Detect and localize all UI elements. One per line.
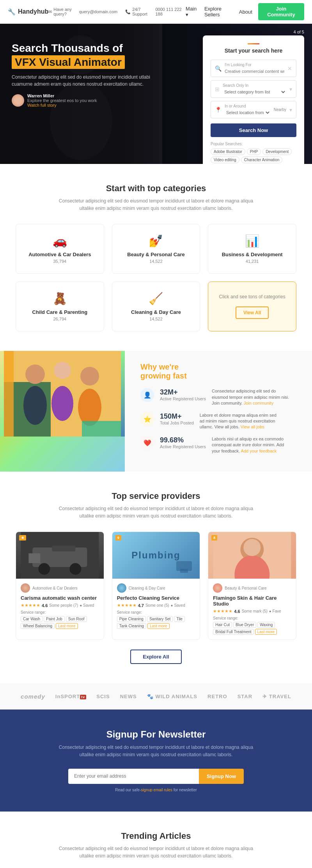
- contact-query: Have any query?: [53, 7, 77, 16]
- tag-roof[interactable]: Sun Roof: [66, 616, 87, 622]
- popular-label: Popular Searches:: [211, 142, 296, 146]
- tag-wheel[interactable]: Wheel Balancing: [21, 623, 55, 629]
- tag-dev[interactable]: Development: [262, 148, 292, 155]
- tag-tank[interactable]: Tank Cleaning: [117, 623, 146, 629]
- rating-value-1: 4.7: [138, 603, 144, 608]
- category-business[interactable]: 📊 Business & Development 41,231: [208, 224, 296, 274]
- stat-label-0: Active Registered Users: [160, 396, 206, 401]
- search-button[interactable]: Search Now: [211, 123, 296, 137]
- tag-tile[interactable]: Tile: [174, 616, 185, 622]
- tag-adobe[interactable]: Adobe Illustrator: [211, 148, 245, 155]
- newsletter-note-link[interactable]: signup email rules: [141, 788, 172, 792]
- provider-info-1: Cleaning & Day Care Perfecto Cleaning Se…: [112, 579, 200, 634]
- logo-icon: 🔧: [8, 8, 16, 16]
- stat-number-0: 32M+: [160, 388, 206, 396]
- tag-paint[interactable]: Paint Job: [44, 616, 65, 622]
- rating-value-0: 4.6: [42, 603, 48, 608]
- tag-waxing[interactable]: Waxing: [257, 622, 275, 628]
- stat-link-2[interactable]: Add your feedback: [241, 449, 277, 453]
- search-only-field: ⊞ Search Only In Select category from li…: [211, 80, 296, 98]
- hero-author: Warren Miller Explore the greatest eos t…: [12, 93, 160, 107]
- in-around-label: In or Around: [225, 104, 271, 108]
- phone-icon: 📞: [125, 9, 131, 14]
- svg-rect-20: [180, 569, 188, 573]
- tag-bridal[interactable]: Bridal Full Treatment: [213, 629, 254, 635]
- svg-rect-17: [28, 553, 40, 563]
- saved-2: ● Fave: [269, 609, 281, 613]
- provider-category-0: Automotive & Car Dealers: [32, 586, 78, 590]
- stat-icon-feedback: ❤️: [140, 436, 154, 450]
- stat-link-1[interactable]: View all jobs: [241, 424, 264, 429]
- explore-all-wrap: Explore All: [16, 650, 296, 664]
- provider-avatar-1: [117, 583, 126, 593]
- category-want-more[interactable]: Click and see tons of categories View Al…: [208, 282, 296, 331]
- tag-haircut[interactable]: Hair Cut: [213, 622, 232, 628]
- stat-link-0[interactable]: Join community: [244, 401, 273, 405]
- hero-subtitle: Consectetur adipiscing elit sed do eiusm…: [12, 74, 160, 88]
- providers-grid: ★ Automotive & Car Dealers Carisma autom…: [16, 532, 296, 640]
- provider-name-1: Perfecto Cleaning Service: [117, 595, 195, 601]
- looking-for-input[interactable]: [225, 69, 284, 74]
- category-select[interactable]: Select category from list: [223, 89, 286, 95]
- nav-main[interactable]: Main ▾: [186, 6, 199, 18]
- logo[interactable]: 🔧 Handyhub: [8, 8, 48, 16]
- svg-point-15: [38, 563, 50, 575]
- tag-php[interactable]: PHP: [247, 148, 261, 155]
- stat-label-2: Active Registered Users: [160, 444, 206, 449]
- service-range-label-2: Service range:: [213, 616, 291, 620]
- tag-carwash[interactable]: Car Wash: [21, 616, 43, 622]
- search-box-title: Start your search here: [211, 43, 296, 54]
- hero-section: Search Thousands of VFX Visual Animator …: [0, 24, 312, 164]
- automotive-count: 35,794: [24, 259, 96, 264]
- author-desc: Explore the greatest eos to you work: [27, 98, 97, 103]
- watch-story-link[interactable]: Watch full story: [27, 103, 57, 107]
- tag-more-0[interactable]: Last more: [56, 623, 78, 629]
- growing-content: Why we're growing fast 👤 32M+ Active Reg…: [125, 351, 312, 472]
- stat-number-1: 150M+: [160, 412, 194, 421]
- stat-row-0: 👤 32M+ Active Registered Users Consectet…: [140, 388, 296, 406]
- tag-sanitary[interactable]: Sanitary Set: [147, 616, 173, 622]
- childcare-count: 26,794: [24, 317, 96, 321]
- provider-card-1: 9 Plumbing Cleaning & Day Care Perfecto …: [112, 532, 200, 640]
- chevron-down-icon-2: ▾: [289, 107, 292, 113]
- looking-for-field: 🔍 I'm Looking For ✕: [211, 60, 296, 77]
- svg-rect-11: [4, 351, 14, 437]
- category-beauty[interactable]: 💅 Beauty & Personal Care 14,522: [112, 224, 200, 274]
- provider-card-0: ★ Automotive & Car Dealers Carisma autom…: [16, 532, 104, 640]
- cleaning-icon: 🧹: [120, 292, 192, 305]
- tag-video[interactable]: Video editing: [211, 157, 239, 163]
- brand-scis: SCIS: [96, 694, 110, 699]
- newsletter-input[interactable]: [68, 769, 199, 784]
- tag-more-1[interactable]: Last more: [147, 623, 169, 629]
- saved-1: ● Saved: [171, 603, 185, 607]
- nav-explore-sellers[interactable]: Explore Sellers: [204, 6, 233, 18]
- beauty-icon: 💅: [120, 234, 192, 248]
- newsletter-note: Read our safe-signup email rules for new…: [16, 788, 296, 792]
- location-select[interactable]: Select location from list: [225, 110, 271, 115]
- category-automotive[interactable]: 🚗 Automotive & Car Dealers 35,794: [16, 224, 104, 274]
- category-cleaning[interactable]: 🧹 Cleaning & Day Care 14,522: [112, 282, 200, 331]
- view-all-button[interactable]: View All: [236, 306, 269, 319]
- stat-icon-jobs: ⭐: [140, 412, 154, 426]
- stat-desc-2: Laboris nisi ut aliquip ex ea commodo co…: [212, 436, 290, 454]
- newsletter-button[interactable]: Signup Now: [199, 769, 244, 784]
- tag-character[interactable]: Character Animation: [241, 157, 283, 163]
- brand-insport: InSPORTtv: [55, 694, 86, 699]
- category-childcare[interactable]: 🧸 Child Care & Parenting 26,794: [16, 282, 104, 331]
- rating-count-2: Some mark (5): [242, 609, 268, 613]
- search-box: Start your search here 🔍 I'm Looking For…: [203, 35, 304, 164]
- tag-bluedryer[interactable]: Blue Dryer: [233, 622, 256, 628]
- explore-all-button[interactable]: Explore All: [130, 650, 181, 664]
- svg-point-5: [25, 364, 45, 384]
- newsletter-subtitle: Consectetur adipiscing elit sed do eiusm…: [58, 744, 254, 759]
- join-button[interactable]: Join Community: [258, 3, 304, 20]
- nav-about[interactable]: About: [239, 9, 252, 15]
- tag-pipe[interactable]: Pipe Cleaning: [117, 616, 146, 622]
- popular-searches: Popular Searches: Adobe Illustrator PHP …: [211, 142, 296, 164]
- search-clear-icon: ✕: [287, 65, 292, 72]
- rating-count-0: Some people (7): [49, 603, 78, 607]
- tag-more-2[interactable]: Last more: [255, 629, 277, 635]
- nearby-label: Nearby: [274, 107, 286, 112]
- newsletter-form: Signup Now: [68, 769, 244, 784]
- brand-travel: ✈ TRAVEL: [262, 694, 291, 699]
